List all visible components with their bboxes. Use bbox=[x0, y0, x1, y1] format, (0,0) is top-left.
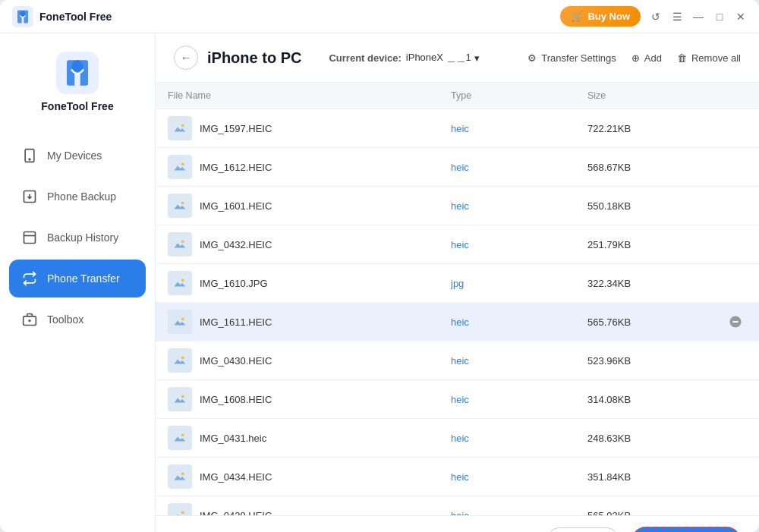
file-type: heic bbox=[451, 316, 587, 328]
column-action bbox=[724, 90, 747, 101]
title-bar: FoneTool Free 🛒 Buy Now ↺ ☰ — □ ✕ bbox=[0, 0, 759, 33]
table-row[interactable]: IMG_1601.HEIC heic 550.18KB bbox=[156, 187, 759, 225]
table-row[interactable]: IMG_1608.HEIC heic 314.08KB bbox=[156, 380, 759, 419]
svg-rect-25 bbox=[173, 276, 187, 290]
column-size: Size bbox=[587, 90, 724, 101]
device-name: iPhoneX ＿＿1 bbox=[406, 51, 471, 65]
column-type: Type bbox=[451, 90, 587, 101]
menu-button[interactable]: ☰ bbox=[671, 11, 683, 23]
table-row[interactable]: IMG_0432.HEIC heic 251.79KB bbox=[156, 225, 759, 264]
buy-now-button[interactable]: 🛒 Buy Now bbox=[560, 6, 641, 27]
remove-row-button[interactable] bbox=[724, 315, 747, 329]
back-button[interactable]: ← bbox=[174, 46, 198, 70]
file-thumbnail-icon bbox=[173, 276, 187, 290]
file-icon bbox=[168, 348, 192, 373]
file-icon bbox=[168, 116, 192, 140]
file-size: 322.34KB bbox=[587, 278, 724, 289]
file-type: heic bbox=[451, 394, 587, 405]
svg-rect-45 bbox=[173, 508, 187, 515]
start-transfer-button[interactable]: Start Transfer bbox=[631, 527, 741, 532]
file-name: IMG_0434.HEIC bbox=[200, 471, 272, 483]
svg-rect-16 bbox=[173, 160, 187, 174]
add-label: Add bbox=[644, 52, 662, 64]
toolbox-icon bbox=[21, 311, 38, 328]
file-size: 314.08KB bbox=[587, 394, 724, 405]
file-name: IMG_0432.HEIC bbox=[200, 239, 272, 250]
device-label: Current device: bbox=[329, 52, 401, 64]
sidebar-item-backup-history[interactable]: Backup History bbox=[9, 219, 146, 257]
file-icon bbox=[168, 194, 192, 218]
svg-point-44 bbox=[181, 472, 184, 475]
file-name-cell: IMG_0432.HEIC bbox=[168, 232, 451, 257]
page-title: iPhone to PC bbox=[207, 49, 301, 67]
svg-rect-28 bbox=[173, 315, 187, 329]
history-button[interactable]: ↺ bbox=[650, 11, 662, 23]
file-type: heic bbox=[451, 510, 587, 516]
file-type: heic bbox=[451, 123, 587, 134]
file-type: heic bbox=[451, 433, 587, 444]
file-name-cell: IMG_1608.HEIC bbox=[168, 387, 451, 411]
trash-icon: 🗑 bbox=[677, 52, 687, 64]
file-size: 550.18KB bbox=[587, 200, 724, 212]
transfer-icon bbox=[21, 270, 38, 287]
sidebar-item-phone-transfer[interactable]: Phone Transfer bbox=[9, 260, 146, 297]
table-row[interactable]: IMG_1612.HEIC heic 568.67KB bbox=[156, 148, 759, 187]
device-icon bbox=[21, 147, 38, 164]
file-name: IMG_0430.HEIC bbox=[200, 355, 272, 367]
app-logo-icon bbox=[12, 6, 33, 27]
file-thumbnail-icon bbox=[173, 160, 187, 174]
sidebar-logo-text: FoneTool Free bbox=[41, 100, 113, 112]
file-icon bbox=[168, 503, 192, 515]
svg-rect-42 bbox=[173, 470, 187, 483]
transfer-settings-button[interactable]: ⚙ Transfer Settings bbox=[528, 52, 616, 64]
file-size: 565.76KB bbox=[587, 316, 724, 328]
file-thumbnail-icon bbox=[173, 315, 187, 329]
table-header: File Name Type Size bbox=[156, 83, 759, 109]
file-icon bbox=[168, 232, 192, 257]
table-row[interactable]: IMG_0429.HEIC heic 565.93KB bbox=[156, 496, 759, 515]
file-name: IMG_1601.HEIC bbox=[200, 200, 272, 212]
file-name: IMG_0431.heic bbox=[200, 433, 266, 444]
main-content: ← iPhone to PC Current device: iPhoneX ＿… bbox=[156, 33, 759, 532]
file-icon bbox=[168, 155, 192, 179]
svg-point-21 bbox=[181, 201, 184, 204]
sidebar-item-my-devices[interactable]: My Devices bbox=[9, 137, 146, 175]
file-thumbnail-icon bbox=[173, 392, 187, 406]
file-type: heic bbox=[451, 471, 587, 483]
file-name-cell: IMG_1612.HEIC bbox=[168, 155, 451, 179]
device-dropdown[interactable]: iPhoneX ＿＿1 ▾ bbox=[406, 51, 480, 65]
file-name: IMG_1611.HEIC bbox=[200, 316, 272, 328]
sidebar-item-toolbox-label: Toolbox bbox=[47, 313, 83, 326]
sidebar-item-toolbox[interactable]: Toolbox bbox=[9, 301, 146, 338]
table-row[interactable]: IMG_0431.heic heic 248.63KB bbox=[156, 419, 759, 458]
table-row[interactable]: IMG_1610.JPG jpg 322.34KB bbox=[156, 264, 759, 303]
close-button[interactable]: ✕ bbox=[735, 11, 747, 23]
table-row[interactable]: IMG_1611.HEIC heic 565.76KB bbox=[156, 303, 759, 342]
table-row[interactable]: IMG_0430.HEIC heic 523.96KB bbox=[156, 342, 759, 380]
svg-point-27 bbox=[181, 279, 184, 282]
file-thumbnail-icon bbox=[173, 470, 187, 483]
file-name-cell: IMG_1611.HEIC bbox=[168, 310, 451, 334]
svg-point-38 bbox=[181, 395, 184, 398]
remove-all-button[interactable]: 🗑 Remove all bbox=[677, 52, 741, 64]
cancel-button[interactable]: Cancel bbox=[546, 527, 619, 532]
bottom-bar: Cancel Start Transfer bbox=[156, 515, 759, 532]
file-type: heic bbox=[451, 200, 587, 212]
table-row[interactable]: IMG_0434.HEIC heic 351.84KB bbox=[156, 458, 759, 496]
file-size: 251.79KB bbox=[587, 239, 724, 250]
svg-rect-36 bbox=[173, 392, 187, 406]
maximize-button[interactable]: □ bbox=[713, 11, 726, 23]
svg-point-35 bbox=[181, 356, 184, 359]
add-button[interactable]: ⊕ Add bbox=[631, 52, 662, 64]
file-type: jpg bbox=[451, 278, 587, 289]
file-thumbnail-icon bbox=[173, 199, 187, 212]
table-row[interactable]: IMG_1597.HEIC heic 722.21KB bbox=[156, 109, 759, 148]
minimize-button[interactable]: — bbox=[692, 11, 704, 23]
sidebar-item-backup-history-label: Backup History bbox=[47, 231, 118, 244]
sidebar-item-phone-backup-label: Phone Backup bbox=[47, 190, 116, 203]
sidebar-item-phone-backup[interactable]: Phone Backup bbox=[9, 178, 146, 216]
file-type: heic bbox=[451, 239, 587, 250]
svg-point-18 bbox=[181, 162, 184, 165]
history-icon bbox=[21, 229, 38, 246]
page-header: ← iPhone to PC Current device: iPhoneX ＿… bbox=[156, 33, 759, 83]
